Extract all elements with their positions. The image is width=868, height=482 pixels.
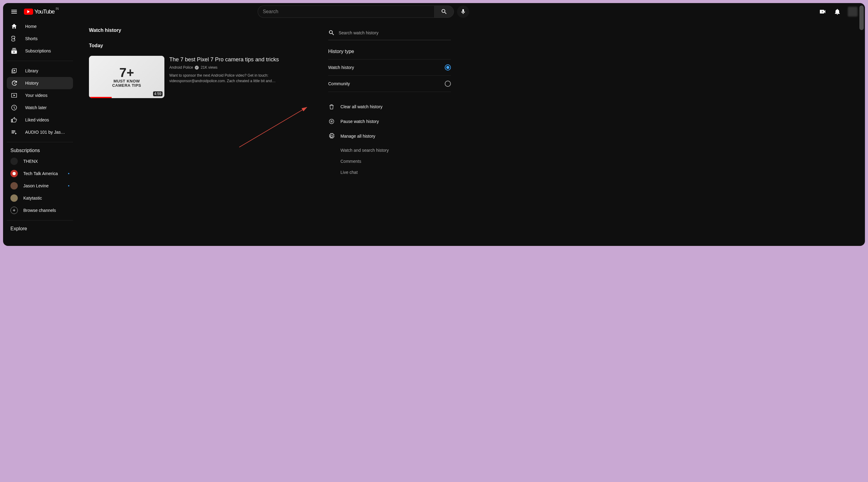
subscriptions-title: Subscriptions bbox=[7, 146, 73, 155]
sidebar-item-label: AUDIO 101 by Jaso… bbox=[25, 130, 65, 135]
create-video-icon bbox=[819, 8, 826, 15]
sublink-live-chat[interactable]: Live chat bbox=[340, 167, 451, 178]
search-history-input[interactable] bbox=[339, 30, 451, 35]
sidebar-item-your-videos[interactable]: Your videos bbox=[7, 89, 73, 101]
sidebar-item-watch-later[interactable]: Watch later bbox=[7, 101, 73, 114]
video-row: 7+ MUST KNOW CAMERA TIPS 4:59 The 7 best… bbox=[89, 56, 310, 98]
subscription-katytastic[interactable]: Katytastic bbox=[7, 192, 73, 204]
sidebar-item-label: History bbox=[25, 81, 39, 86]
browse-channels[interactable]: + Browse channels bbox=[7, 204, 73, 217]
svg-point-1 bbox=[330, 119, 334, 124]
pause-icon bbox=[328, 118, 335, 125]
explore-title: Explore bbox=[7, 224, 73, 233]
gear-icon bbox=[328, 133, 335, 139]
home-icon bbox=[10, 23, 18, 30]
thumb-text: MUST KNOW bbox=[114, 79, 140, 84]
search-input[interactable] bbox=[258, 5, 434, 18]
day-label: Today bbox=[89, 43, 310, 49]
browse-channels-label: Browse channels bbox=[23, 208, 56, 213]
history-type-title: History type bbox=[328, 49, 451, 54]
video-title[interactable]: The 7 best Pixel 7 Pro camera tips and t… bbox=[169, 56, 310, 63]
history-type-watch[interactable]: Watch history bbox=[328, 59, 451, 75]
sidebar-item-history[interactable]: History bbox=[7, 77, 73, 89]
watch-later-icon bbox=[10, 104, 18, 111]
sidebar-item-liked-videos[interactable]: Liked videos bbox=[7, 114, 73, 126]
subscription-thenx[interactable]: THENX bbox=[7, 155, 73, 167]
new-content-dot bbox=[68, 173, 69, 174]
plus-icon: + bbox=[10, 207, 18, 214]
liked-videos-icon bbox=[10, 117, 18, 123]
subscription-jason-levine[interactable]: Jason Levine bbox=[7, 180, 73, 192]
thumb-text: CAMERA TIPS bbox=[112, 84, 142, 88]
action-label: Clear all watch history bbox=[340, 104, 382, 109]
header: YouTube IN bbox=[3, 3, 865, 20]
hamburger-menu[interactable] bbox=[8, 5, 20, 18]
sidebar-item-library[interactable]: Library bbox=[7, 65, 73, 77]
video-thumbnail[interactable]: 7+ MUST KNOW CAMERA TIPS 4:59 bbox=[89, 56, 164, 98]
channel-avatar bbox=[10, 182, 18, 190]
trash-icon bbox=[328, 104, 335, 110]
channel-avatar bbox=[10, 170, 18, 177]
new-content-dot bbox=[68, 185, 69, 186]
radio-label: Community bbox=[328, 81, 350, 86]
logo-play-icon bbox=[24, 8, 33, 15]
sidebar: Home Shorts Subscriptions Library Histor… bbox=[3, 20, 77, 246]
history-type-community[interactable]: Community bbox=[328, 75, 451, 92]
channel-name[interactable]: Android Police bbox=[169, 65, 193, 70]
country-code: IN bbox=[56, 7, 59, 10]
sidebar-item-label: Library bbox=[25, 68, 38, 73]
subscription-tech-talk-america[interactable]: Tech Talk America bbox=[7, 167, 73, 180]
channel-avatar bbox=[10, 194, 18, 202]
channel-name: Jason Levine bbox=[23, 183, 49, 188]
views-count: 21K views bbox=[200, 65, 217, 70]
clear-history-button[interactable]: Clear all watch history bbox=[328, 99, 451, 114]
divider bbox=[7, 61, 73, 61]
progress-bar bbox=[89, 97, 112, 98]
history-icon bbox=[10, 80, 18, 87]
body: Home Shorts Subscriptions Library Histor… bbox=[3, 20, 865, 246]
radio-label: Watch history bbox=[328, 65, 354, 70]
sidebar-item-label: Liked videos bbox=[25, 118, 49, 122]
sidebar-item-label: Home bbox=[25, 24, 36, 29]
verified-icon: ✓ bbox=[195, 66, 199, 70]
channel-name: Tech Talk America bbox=[23, 171, 58, 176]
create-button[interactable] bbox=[816, 5, 829, 18]
avatar[interactable] bbox=[848, 7, 858, 17]
sidebar-item-label: Watch later bbox=[25, 105, 46, 110]
search-button[interactable] bbox=[434, 5, 454, 18]
sidebar-item-subscriptions[interactable]: Subscriptions bbox=[7, 45, 73, 57]
sidebar-item-shorts[interactable]: Shorts bbox=[7, 32, 73, 45]
sidebar-item-label: Your videos bbox=[25, 93, 48, 98]
main: Watch history Today 7+ MUST KNOW CAMERA … bbox=[77, 20, 865, 246]
scrollbar-thumb[interactable] bbox=[860, 5, 864, 30]
your-videos-icon bbox=[10, 92, 18, 99]
sublink-comments[interactable]: Comments bbox=[340, 156, 451, 167]
shorts-icon bbox=[10, 35, 18, 42]
search-icon bbox=[328, 29, 335, 36]
manage-history-button[interactable]: Manage all history bbox=[328, 129, 451, 143]
pause-history-button[interactable]: Pause watch history bbox=[328, 114, 451, 129]
radio-icon bbox=[445, 81, 451, 87]
youtube-logo[interactable]: YouTube IN bbox=[24, 8, 55, 15]
library-icon bbox=[10, 67, 18, 74]
page-title: Watch history bbox=[89, 28, 310, 33]
thumb-number: 7+ bbox=[119, 66, 134, 79]
sublink-watch-search[interactable]: Watch and search history bbox=[340, 145, 451, 156]
logo-text: YouTube bbox=[34, 8, 55, 15]
sidebar-item-home[interactable]: Home bbox=[7, 20, 73, 32]
search-history-box[interactable] bbox=[328, 28, 451, 40]
channel-avatar bbox=[10, 158, 18, 165]
video-description: Want to sponsor the next Android Police … bbox=[169, 73, 310, 84]
app-frame: YouTube IN bbox=[3, 3, 865, 246]
history-panel: History type Watch history Community Cle… bbox=[328, 28, 451, 238]
sidebar-item-label: Subscriptions bbox=[25, 49, 51, 53]
sidebar-item-playlist[interactable]: AUDIO 101 by Jaso… bbox=[7, 126, 73, 138]
bell-icon bbox=[834, 8, 841, 15]
notifications-button[interactable] bbox=[831, 5, 843, 18]
radio-icon bbox=[445, 64, 451, 70]
duration-badge: 4:59 bbox=[153, 91, 162, 96]
microphone-icon bbox=[460, 8, 466, 15]
voice-search-button[interactable] bbox=[457, 5, 469, 18]
playlist-icon bbox=[10, 129, 18, 135]
subscriptions-icon bbox=[10, 47, 18, 54]
